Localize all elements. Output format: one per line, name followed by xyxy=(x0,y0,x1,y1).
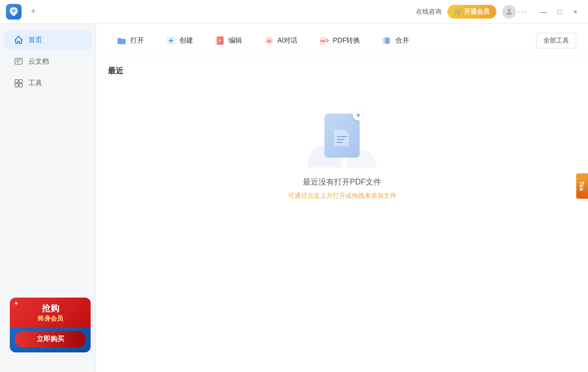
right-badge-text: Tea xyxy=(576,177,587,195)
sidebar-home-label: 首页 xyxy=(28,36,42,45)
svg-rect-2 xyxy=(15,80,19,83)
titlebar-right: 在线咨询 🛒 开通会员 ··· — □ × xyxy=(416,5,582,19)
pdf-convert-label: PDF转换 xyxy=(333,36,360,45)
close-button[interactable]: × xyxy=(568,5,582,19)
svg-text:AI: AI xyxy=(267,39,271,44)
sidebar-tools-label: 工具 xyxy=(28,79,42,88)
user-menu-dots[interactable]: ··· xyxy=(518,7,527,16)
content-area: 打开 创建 xyxy=(96,23,588,372)
cloud-icon xyxy=(14,57,24,67)
open-label: 打开 xyxy=(130,36,144,45)
promo-sub: 终身会员 xyxy=(16,314,85,323)
app-logo xyxy=(6,4,22,20)
sidebar-cloud-label: 云文档 xyxy=(28,57,49,66)
ai-chat-label: AI对话 xyxy=(277,36,297,45)
sidebar: 首页 云文档 工具 xyxy=(0,23,96,372)
empty-main-text: 最近没有打开PDF文件 xyxy=(303,177,381,187)
svg-rect-4 xyxy=(15,84,19,87)
merge-icon xyxy=(382,35,392,46)
main-layout: 首页 云文档 工具 xyxy=(0,23,588,372)
open-vip-button[interactable]: 🛒 开通会员 xyxy=(447,5,496,19)
empty-sub-text: 可通过点击上方打开或拖拽来添加文件 xyxy=(288,191,396,200)
svg-text:PDF: PDF xyxy=(320,40,326,43)
merge-button[interactable]: 合并 xyxy=(373,31,418,50)
create-button[interactable]: 创建 xyxy=(157,31,202,50)
promo-buy-button[interactable]: 立即购买 xyxy=(15,331,86,348)
sidebar-item-tools[interactable]: 工具 xyxy=(4,73,92,93)
merge-label: 合并 xyxy=(395,36,409,45)
svg-rect-1 xyxy=(15,58,23,64)
empty-illustration: + xyxy=(308,114,376,167)
promo-title: 抢购 xyxy=(16,302,85,314)
create-icon xyxy=(166,35,176,46)
open-button[interactable]: 打开 xyxy=(108,31,153,50)
edit-label: 编辑 xyxy=(228,36,242,45)
vip-cart-icon: 🛒 xyxy=(454,8,462,15)
svg-rect-3 xyxy=(19,80,23,83)
sidebar-item-cloud[interactable]: 云文档 xyxy=(4,52,92,71)
tools-icon xyxy=(14,78,24,88)
svg-rect-5 xyxy=(19,84,23,87)
user-area[interactable]: ··· xyxy=(502,5,527,19)
maximize-button[interactable]: □ xyxy=(553,5,566,19)
new-tab-button[interactable]: + xyxy=(26,5,40,19)
svg-rect-16 xyxy=(386,38,390,44)
pdf-convert-button[interactable]: PDF PDF转换 xyxy=(310,31,369,50)
edit-icon xyxy=(215,35,225,46)
plus-icon: + xyxy=(353,110,364,120)
window-controls: — □ × xyxy=(537,5,582,19)
promo-sparkle-icon: ✦ xyxy=(14,300,19,307)
svg-point-0 xyxy=(508,9,511,12)
edit-button[interactable]: 编辑 xyxy=(206,31,251,50)
empty-state: + 最近没有打开PDF文件 可通过点击上方打开或拖拽来添加文件 xyxy=(108,84,576,220)
online-consult-link[interactable]: 在线咨询 xyxy=(416,7,441,16)
all-tools-button[interactable]: 全部工具 xyxy=(536,33,576,48)
convert-icon: PDF xyxy=(319,35,330,46)
titlebar: + 在线咨询 🛒 开通会员 ··· — □ × xyxy=(0,0,588,23)
recent-section: 最近 + 最近没有打开PDF文件 可通过点击上方打开或拖拽来添加文件 xyxy=(96,56,588,372)
toolbar: 打开 创建 xyxy=(96,23,588,56)
ai-chat-button[interactable]: AI AI对话 xyxy=(255,31,306,50)
folder-icon xyxy=(117,35,127,46)
user-avatar xyxy=(502,5,516,19)
ai-icon: AI xyxy=(264,35,274,46)
sidebar-item-home[interactable]: 首页 xyxy=(4,30,92,50)
promo-top: ✦ 抢购 终身会员 xyxy=(10,298,91,328)
minimize-button[interactable]: — xyxy=(537,5,551,19)
home-icon xyxy=(14,35,24,45)
right-panel-badge[interactable]: Tea xyxy=(576,173,588,199)
create-label: 创建 xyxy=(179,36,193,45)
empty-doc-icon: + xyxy=(324,114,360,158)
recent-title: 最近 xyxy=(108,66,576,76)
